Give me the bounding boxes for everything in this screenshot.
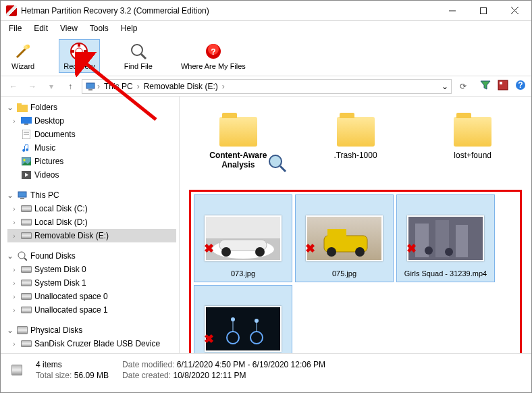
file-075[interactable]: ✖ 075.jpg: [295, 194, 394, 282]
menu-view[interactable]: View: [55, 22, 83, 34]
tree-sysdisk1[interactable]: ›System Disk 1: [7, 276, 176, 290]
nav-back[interactable]: ←: [6, 79, 21, 94]
svg-point-47: [425, 246, 433, 255]
refresh-button[interactable]: ⟳: [456, 79, 471, 94]
tree-videos[interactable]: ›Videos: [7, 168, 176, 182]
disk-icon: [21, 203, 32, 214]
nav-forward[interactable]: →: [25, 79, 40, 94]
svg-text:?: ?: [211, 47, 215, 57]
hdd-icon: [17, 325, 28, 336]
tree-music[interactable]: ›Music: [7, 141, 176, 155]
tree-unalloc1[interactable]: ›Unallocated space 1: [7, 303, 176, 317]
thumbnail-image: [306, 215, 383, 261]
tree-unalloc0[interactable]: ›Unallocated space 0: [7, 290, 176, 303]
svg-point-40: [327, 247, 336, 257]
svg-rect-49: [206, 307, 282, 352]
file-girls-squad[interactable]: ✖ Girls Squad - 31239.mp4: [396, 194, 495, 282]
menu-tools[interactable]: Tools: [84, 22, 114, 34]
svg-line-34: [280, 166, 286, 172]
where-button[interactable]: ? Where Are My Files: [177, 40, 250, 72]
tree-localc[interactable]: ›Local Disk (C:): [7, 202, 176, 215]
breadcrumb[interactable]: › This PC › Removable Disk (E:) › ⌄: [82, 79, 452, 94]
svg-point-7: [76, 48, 82, 55]
tree-sysdisk0[interactable]: ›System Disk 0: [7, 263, 176, 276]
selection-highlight: ✖ 073.jpg ✖ 075.jpg ✖ Girls Squad - 3123…: [189, 190, 522, 353]
deleted-x-icon: ✖: [204, 241, 214, 256]
tree-documents[interactable]: ›Documents: [7, 128, 176, 141]
disk-icon: [11, 365, 22, 375]
sidebar: ⌄Folders ›Desktop ›Documents ›Music ›Pic…: [1, 97, 180, 353]
filter-icon[interactable]: [480, 80, 491, 93]
tree-nvme[interactable]: ›VMware Virtual NVMe Disk: [7, 350, 176, 353]
menu-help[interactable]: Help: [115, 22, 143, 34]
deleted-x-icon: ✖: [305, 241, 315, 256]
crumb-root[interactable]: This PC: [101, 82, 136, 91]
preview-pane-icon[interactable]: [498, 80, 508, 93]
title-bar: Hetman Partition Recovery 3.2 (Commercia…: [1, 1, 531, 21]
maximize-button[interactable]: [468, 1, 499, 21]
svg-point-54: [231, 317, 235, 321]
menu-file[interactable]: File: [3, 22, 27, 34]
recovery-button[interactable]: Recovery: [59, 39, 99, 73]
folder-trash[interactable]: .Trash-1000: [311, 117, 401, 169]
file-073[interactable]: ✖ 073.jpg: [194, 194, 292, 282]
file-stunt[interactable]: ✖ Stunt - 1083.mp4: [194, 285, 292, 353]
svg-point-8: [132, 45, 142, 55]
video-icon: [21, 169, 32, 180]
svg-rect-16: [500, 82, 502, 84]
status-count: 4 items: [36, 360, 109, 369]
deleted-x-icon: ✖: [204, 332, 214, 346]
svg-point-55: [255, 319, 259, 323]
document-icon: [21, 129, 32, 140]
svg-point-48: [445, 248, 453, 256]
svg-rect-19: [17, 105, 28, 112]
tree-sandisk[interactable]: ›SanDisk Cruzer Blade USB Device: [7, 337, 176, 350]
svg-line-9: [141, 54, 146, 59]
findfile-label: Find File: [124, 62, 153, 70]
nav-dropdown[interactable]: ▾: [44, 79, 59, 94]
folder-content-aware[interactable]: Content-Aware Analysis: [193, 117, 284, 169]
disk-icon: [21, 217, 32, 228]
close-button[interactable]: [499, 1, 530, 21]
svg-rect-14: [88, 89, 92, 90]
tree-desktop[interactable]: ›Desktop: [7, 114, 176, 128]
tree-head-folders[interactable]: ⌄Folders: [3, 101, 176, 114]
svg-rect-20: [17, 103, 22, 105]
disk-icon: [21, 230, 32, 241]
findfile-button[interactable]: Find File: [120, 40, 157, 72]
svg-rect-30: [20, 198, 24, 199]
tree-locald[interactable]: ›Local Disk (D:): [7, 215, 176, 229]
folder-lostfound[interactable]: lost+found: [427, 117, 518, 169]
nav-bar: ← → ▾ ↑ › This PC › Removable Disk (E:) …: [1, 76, 531, 97]
folder-icon: [219, 117, 257, 147]
breadcrumb-dropdown-icon[interactable]: ⌄: [442, 82, 448, 91]
help-icon[interactable]: ?: [515, 80, 526, 93]
svg-rect-46: [456, 225, 468, 257]
svg-point-31: [18, 252, 25, 259]
svg-point-41: [355, 247, 365, 257]
tree-pictures[interactable]: ›Pictures: [7, 155, 176, 168]
tree-head-found[interactable]: ⌄Found Disks: [3, 249, 176, 263]
thumbnail-image: [205, 306, 282, 352]
toolbar: Wizard Recovery Find File ? Where Are My…: [1, 36, 531, 76]
recovery-label: Recovery: [63, 62, 95, 70]
crumb-path[interactable]: Removable Disk (E:): [141, 82, 221, 91]
menu-edit[interactable]: Edit: [28, 22, 53, 34]
wizard-button[interactable]: Wizard: [7, 40, 38, 72]
svg-line-32: [24, 258, 27, 261]
nav-up[interactable]: ↑: [63, 79, 78, 94]
disk-icon: [21, 278, 32, 288]
tree-removable-e[interactable]: ›Removable Disk (E:): [7, 229, 176, 242]
folder-icon: [454, 117, 491, 147]
svg-rect-1: [481, 7, 487, 14]
tree-head-thispc[interactable]: ⌄This PC: [3, 188, 176, 202]
app-icon: [6, 5, 17, 16]
svg-point-27: [24, 159, 26, 161]
tree-head-physical[interactable]: ⌄Physical Disks: [3, 323, 176, 337]
folder-icon: [17, 102, 28, 113]
svg-point-38: [255, 247, 265, 257]
found-icon: [17, 251, 28, 261]
minimize-button[interactable]: [437, 1, 468, 21]
svg-point-37: [221, 247, 231, 257]
picture-icon: [21, 156, 32, 167]
